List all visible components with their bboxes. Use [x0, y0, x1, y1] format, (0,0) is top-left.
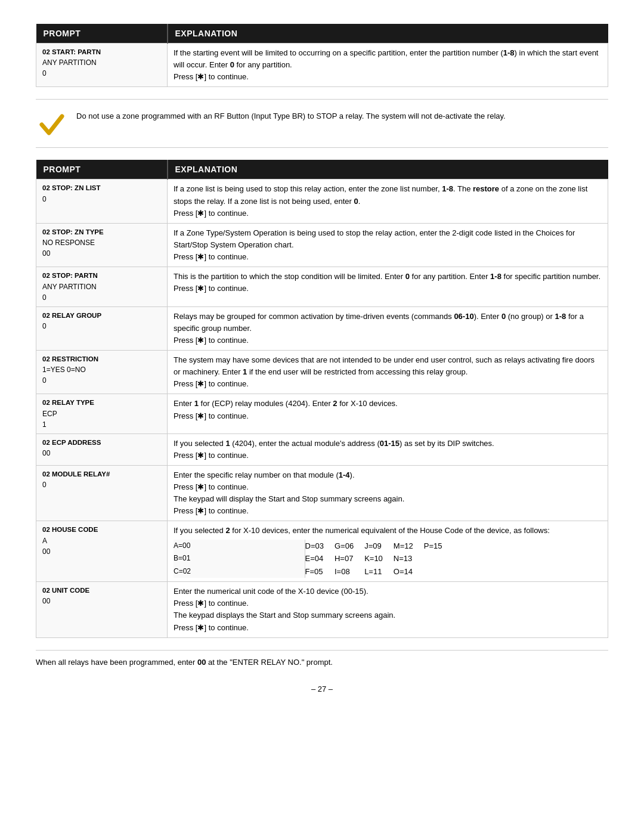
table-row: 02 RELAY GROUP 0 Relays may be grouped f…: [36, 306, 608, 350]
table-row: 02 UNIT CODE 00 Enter the numerical unit…: [36, 582, 608, 638]
prompt-value: 00: [42, 248, 161, 259]
house-code-cell: [424, 565, 453, 578]
house-code-cell: F=05: [305, 565, 335, 578]
prompt-label: 02 RESTRICTION: [42, 354, 161, 364]
list-item: C=02 F=05 I=08 L=11 O=14: [174, 565, 453, 578]
prompt-value: 00: [42, 596, 161, 606]
note-text: Do not use a zone programmed with an RF …: [76, 108, 506, 122]
list-item: B=01 E=04 H=07 K=10 N=13: [174, 552, 453, 565]
prompt-label: 02 UNIT CODE: [42, 586, 161, 596]
prompt-label: 02 STOP: ZN LIST: [42, 183, 161, 193]
house-code-cell: N=13: [394, 552, 424, 565]
prompt-value: 1: [42, 419, 161, 430]
prompt-label: 02 RELAY TYPE: [42, 398, 161, 408]
table-row: 02 RESTRICTION 1=YES 0=NO 0 The system m…: [36, 350, 608, 394]
prompt-cell: 02 RELAY GROUP 0: [36, 306, 168, 350]
prompt-value: 0: [42, 321, 161, 332]
house-code-cell: M=12: [394, 540, 424, 553]
house-code-cell: E=04: [305, 552, 335, 565]
prompt-cell: 02 MODULE RELAY# 0: [36, 465, 168, 521]
explanation-text: This is the partition to which the stop …: [174, 272, 600, 293]
explanation-cell: Relays may be grouped for common activat…: [168, 306, 608, 350]
explanation-cell: If you selected 2 for X-10 devices, ente…: [168, 521, 608, 582]
prompt-cell: 02 STOP: ZN LIST 0: [36, 179, 168, 223]
explanation-text: Enter the numerical unit code of the X-1…: [174, 587, 395, 631]
house-code-cell: H=07: [335, 552, 364, 565]
prompt-value: 0: [42, 292, 161, 303]
prompt-subline: ECP: [42, 408, 161, 419]
prompt-cell: 02 UNIT CODE 00: [36, 582, 168, 638]
house-code-cell: I=08: [335, 565, 364, 578]
table-row: 02 START: PARTN ANY PARTITION 0 If the s…: [36, 44, 608, 87]
prompt-value: 00: [42, 448, 161, 459]
prompt-cell: 02 RELAY TYPE ECP 1: [36, 394, 168, 433]
note-row: Do not use a zone programmed with an RF …: [36, 99, 608, 148]
explanation-text: Enter 1 for (ECP) relay modules (4204). …: [174, 399, 398, 420]
explanation-cell: This is the partition to which the stop …: [168, 267, 608, 306]
table-row: 02 STOP: PARTN ANY PARTITION 0 This is t…: [36, 267, 608, 306]
col-header-explanation-2: EXPLANATION: [168, 160, 608, 179]
prompt-subline: NO RESPONSE: [42, 237, 161, 248]
explanation-cell: The system may have some devices that ar…: [168, 350, 608, 394]
prompt-subline: ANY PARTITION: [42, 57, 161, 68]
explanation-cell: If a Zone Type/System Operation is being…: [168, 223, 608, 267]
prompt-subline: 1=YES 0=NO: [42, 364, 161, 375]
prompt-value: 0: [42, 194, 161, 205]
prompt-label: 02 RELAY GROUP: [42, 311, 161, 321]
prompt-cell: 02 RESTRICTION 1=YES 0=NO 0: [36, 350, 168, 394]
prompt-subline: A: [42, 535, 161, 546]
explanation-cell: If the starting event will be limited to…: [168, 44, 608, 87]
house-code-cell: J=09: [364, 540, 394, 553]
table-row: 02 ECP ADDRESS 00 If you selected 1 (420…: [36, 433, 608, 465]
col-header-prompt-1: PROMPT: [36, 24, 168, 44]
house-code-cell: G=06: [335, 540, 364, 553]
prompt-cell: 02 HOUSE CODE A 00: [36, 521, 168, 582]
explanation-text: Relays may be grouped for common activat…: [174, 312, 584, 345]
explanation-text: If the starting event will be limited to…: [174, 48, 598, 81]
house-code-cell: C=02: [174, 565, 305, 578]
house-code-table: A=00 D=03 G=06 J=09 M=12 P=15 B=01 E=04 …: [174, 540, 453, 578]
prompt-cell: 02 ECP ADDRESS 00: [36, 433, 168, 465]
house-code-cell: P=15: [424, 540, 453, 553]
prompt-value: 0: [42, 375, 161, 386]
explanation-text: Enter the specific relay number on that …: [174, 470, 404, 515]
prompt-label: 02 STOP: ZN TYPE: [42, 227, 161, 237]
prompt-label: 02 ECP ADDRESS: [42, 438, 161, 448]
prompt-label: 02 START: PARTN: [42, 47, 161, 57]
table-stop-and-more: PROMPT EXPLANATION 02 STOP: ZN LIST 0 If…: [36, 160, 608, 637]
explanation-text: If a zone list is being used to stop thi…: [174, 184, 587, 217]
prompt-label: 02 MODULE RELAY#: [42, 469, 161, 479]
table-row: 02 MODULE RELAY# 0 Enter the specific re…: [36, 465, 608, 521]
house-code-cell: O=14: [394, 565, 424, 578]
house-code-cell: L=11: [364, 565, 394, 578]
explanation-cell: Enter the specific relay number on that …: [168, 465, 608, 521]
table-row: 02 HOUSE CODE A 00 If you selected 2 for…: [36, 521, 608, 582]
explanation-cell: Enter the numerical unit code of the X-1…: [168, 582, 608, 638]
explanation-text: The system may have some devices that ar…: [174, 355, 595, 388]
explanation-text: If you selected 1 (4204), enter the actu…: [174, 439, 494, 460]
house-code-cell: D=03: [305, 540, 335, 553]
prompt-label: 02 STOP: PARTN: [42, 271, 161, 281]
col-header-explanation-1: EXPLANATION: [168, 24, 608, 44]
explanation-cell: If a zone list is being used to stop thi…: [168, 179, 608, 223]
house-code-cell: B=01: [174, 552, 305, 565]
house-code-cell: A=00: [174, 540, 305, 553]
prompt-value: 0: [42, 68, 161, 79]
house-code-cell: K=10: [364, 552, 394, 565]
prompt-cell: 02 START: PARTN ANY PARTITION 0: [36, 44, 168, 87]
explanation-text: If you selected 2 for X-10 devices, ente…: [174, 526, 550, 535]
prompt-cell: 02 STOP: PARTN ANY PARTITION 0: [36, 267, 168, 306]
prompt-value: 00: [42, 546, 161, 557]
prompt-label: 02 HOUSE CODE: [42, 525, 161, 535]
col-header-prompt-2: PROMPT: [36, 160, 168, 179]
prompt-subline: ANY PARTITION: [42, 281, 161, 292]
footer-text: When all relays have been programmed, en…: [36, 650, 608, 667]
page-number: – 27 –: [36, 685, 608, 693]
table-row: 02 STOP: ZN LIST 0 If a zone list is bei…: [36, 179, 608, 223]
note-icon: [36, 108, 67, 139]
list-item: A=00 D=03 G=06 J=09 M=12 P=15: [174, 540, 453, 553]
prompt-cell: 02 STOP: ZN TYPE NO RESPONSE 00: [36, 223, 168, 267]
table-start-partn: PROMPT EXPLANATION 02 START: PARTN ANY P…: [36, 24, 608, 87]
table-row: 02 STOP: ZN TYPE NO RESPONSE 00 If a Zon…: [36, 223, 608, 267]
table-row: 02 RELAY TYPE ECP 1 Enter 1 for (ECP) re…: [36, 394, 608, 433]
